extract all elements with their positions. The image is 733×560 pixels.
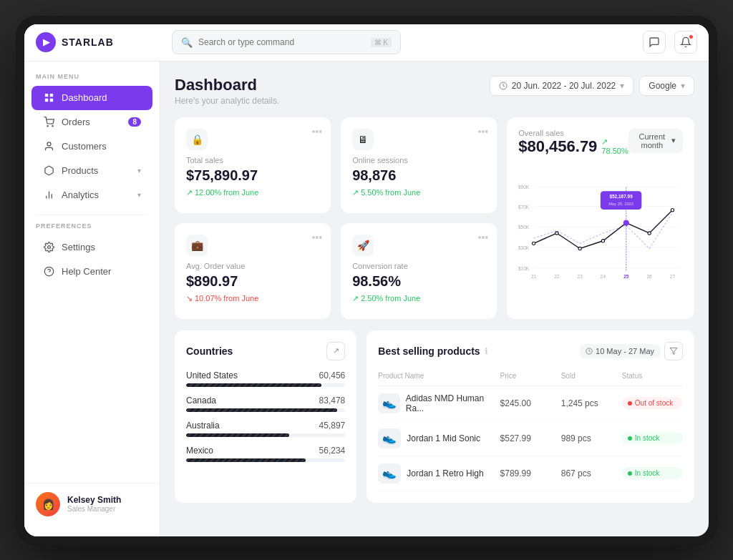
progress-fill-us	[186, 383, 321, 387]
stat-change-conversion: ↗ 2.50% from June	[352, 294, 485, 303]
svg-text:22: 22	[555, 274, 560, 279]
notifications-button[interactable]	[674, 31, 697, 54]
product-price-1: $245.00	[500, 398, 561, 408]
status-dot-out-1	[628, 401, 632, 406]
country-info-mx: Mexico 56,234	[186, 446, 345, 456]
country-row-mx: Mexico 56,234	[186, 446, 345, 462]
date-picker-arrow: ▾	[620, 81, 624, 91]
bsp-date-range[interactable]: 10 May - 27 May	[580, 344, 660, 358]
progress-track-mx	[186, 458, 345, 462]
countries-expand-button[interactable]: ↗	[326, 342, 345, 360]
products-label: Products	[62, 165, 98, 176]
stat-icon-monitor: 🖥	[352, 129, 374, 150]
filter-button[interactable]	[664, 342, 683, 360]
th-sold: Sold	[561, 372, 622, 380]
stat-card-total-sales: ••• 🔒 Total sales $75,890.97 ↗ 12.00% fr…	[175, 117, 331, 213]
stat-value-conversion: 98.56%	[352, 273, 485, 290]
avatar: 👩	[36, 492, 60, 516]
top-bar: ▶ STARLAB 🔍 ⌘ K	[24, 24, 709, 62]
sidebar-item-products[interactable]: Products ▾	[31, 159, 152, 183]
period-selector[interactable]: Current month ▾	[628, 129, 683, 153]
stat-menu-dots-4[interactable]: •••	[478, 232, 489, 243]
logo-area: ▶ STARLAB	[36, 32, 172, 52]
country-val-au: 45,897	[319, 421, 346, 431]
date-range-picker[interactable]: 20 Jun. 2022 - 20 Jul. 2022 ▾	[490, 76, 634, 96]
stat-icon-lock: 🔒	[186, 129, 208, 150]
country-val-ca: 83,478	[319, 396, 346, 406]
stat-menu-dots-2[interactable]: •••	[478, 126, 489, 137]
down-arrow-icon: ↘	[186, 294, 193, 303]
search-bar[interactable]: 🔍 ⌘ K	[172, 30, 401, 54]
product-name-1: Adidas NMD Human Ra...	[406, 393, 500, 413]
user-profile[interactable]: 👩 Kelsey Smith Sales Manager	[24, 483, 160, 525]
dashboard-header: Dashboard Here's your analytic details. …	[175, 76, 694, 106]
stat-icon-rocket: 🚀	[352, 235, 374, 256]
dashboard-title-group: Dashboard Here's your analytic details.	[175, 76, 279, 106]
country-val-us: 60,456	[319, 370, 346, 380]
sidebar-item-dashboard[interactable]: Dashboard	[31, 86, 152, 110]
bsp-title-wrap: Best selling products ℹ	[378, 345, 487, 357]
svg-text:$30K: $30K	[518, 245, 530, 250]
product-row-2: 👟 Jordan 1 Mid Sonic $527.99 989 pcs In …	[378, 421, 683, 456]
stat-value-total-sales: $75,890.97	[186, 167, 319, 184]
chart-label: Overall sales	[518, 129, 628, 137]
user-name: Kelsey Smith	[67, 495, 121, 505]
country-row-us: United States 60,456	[186, 370, 345, 387]
products-icon	[43, 165, 54, 177]
sidebar-item-customers[interactable]: Customers	[31, 134, 152, 159]
source-picker[interactable]: Google ▾	[639, 76, 694, 96]
messages-button[interactable]	[643, 31, 666, 54]
stat-label-online-sessions: Online sessions	[352, 156, 485, 164]
country-name-mx: Mexico	[186, 446, 213, 456]
product-thumb-3: 👟	[378, 463, 401, 483]
help-icon	[43, 266, 54, 277]
country-info-au: Australia 45,897	[186, 421, 345, 431]
svg-point-25	[555, 231, 558, 234]
page-subtitle: Here's your analytic details.	[175, 96, 279, 106]
chart-header: Overall sales $80,456.79 ↗ 78.50% Curren…	[518, 129, 683, 156]
country-row-au: Australia 45,897	[186, 421, 345, 437]
chart-main-value: $80,456.79	[518, 137, 597, 156]
svg-point-6	[47, 142, 51, 146]
product-price-2: $527.99	[500, 433, 561, 443]
device-frame: ▶ STARLAB 🔍 ⌘ K MAIN MEN	[16, 16, 717, 545]
sidebar-item-orders[interactable]: Orders 8	[31, 110, 152, 134]
up-arrow-icon-3: ↗	[352, 294, 359, 303]
stat-menu-dots-3[interactable]: •••	[311, 232, 322, 243]
up-arrow-icon: ↗	[186, 188, 193, 197]
product-status-2: In stock	[622, 432, 683, 444]
bottom-row: Countries ↗ United States 60,456	[175, 330, 694, 503]
product-sold-3: 867 pcs	[561, 468, 622, 478]
svg-point-24	[533, 242, 535, 245]
svg-text:$10K: $10K	[518, 265, 530, 270]
source-text: Google	[649, 81, 676, 91]
search-input[interactable]	[198, 37, 365, 47]
dashboard-icon	[43, 92, 54, 104]
logo-icon: ▶	[36, 32, 56, 52]
user-info: Kelsey Smith Sales Manager	[67, 495, 121, 513]
search-icon: 🔍	[181, 37, 193, 48]
settings-icon	[43, 242, 54, 253]
stat-menu-dots[interactable]: •••	[311, 126, 322, 137]
svg-text:25: 25	[623, 274, 629, 279]
logo-text: STARLAB	[62, 36, 114, 48]
keyboard-shortcut: ⌘ K	[371, 38, 392, 47]
product-status-3: In stock	[622, 467, 683, 479]
product-cell-3: 👟 Jordan 1 Retro High	[378, 463, 500, 483]
countries-title: Countries	[186, 345, 233, 357]
product-thumb-1: 👟	[378, 393, 400, 413]
dashboard-label: Dashboard	[62, 92, 107, 103]
progress-track-ca	[186, 408, 345, 412]
best-selling-title: Best selling products	[378, 345, 480, 357]
product-cell-1: 👟 Adidas NMD Human Ra...	[378, 393, 500, 413]
svg-point-29	[648, 231, 651, 234]
analytics-label: Analytics	[62, 190, 99, 200]
svg-point-26	[578, 247, 581, 250]
date-range-text: 20 Jun. 2022 - 20 Jul. 2022	[512, 81, 616, 91]
sidebar-item-settings[interactable]: Settings	[31, 235, 152, 260]
up-arrow-icon-2: ↗	[352, 188, 359, 197]
stat-change-online-sessions: ↗ 5.50% from June	[352, 188, 485, 197]
sidebar-item-analytics[interactable]: Analytics ▾	[31, 183, 152, 207]
sidebar-item-help[interactable]: Help Center	[31, 260, 152, 284]
th-product-name: Product name	[378, 372, 500, 380]
